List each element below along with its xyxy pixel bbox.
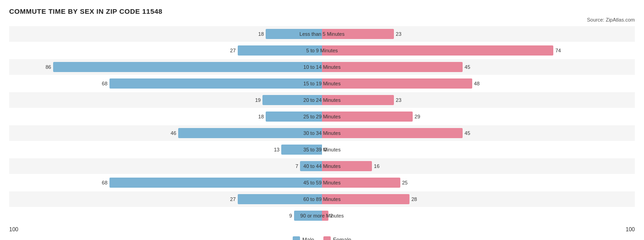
- female-value: 25: [402, 180, 408, 185]
- table-row: 18 25 to 29 Minutes 29: [9, 109, 635, 124]
- female-value: 2: [330, 213, 333, 218]
- male-bar: [294, 211, 322, 221]
- male-value: 86: [45, 64, 51, 70]
- axis-left: 100: [9, 226, 18, 233]
- table-row: 68 15 to 19 Minutes 48: [9, 76, 635, 91]
- female-bar: [322, 161, 372, 171]
- female-bar: [322, 211, 328, 221]
- male-bar: [178, 128, 322, 138]
- female-bar: [322, 128, 463, 138]
- table-row: 68 45 to 59 Minutes 25: [9, 175, 635, 190]
- male-bar: [109, 178, 322, 188]
- male-bar: [281, 145, 322, 155]
- female-value: 0: [324, 147, 327, 152]
- axis-labels: 100 100: [9, 226, 635, 233]
- table-row: 19 20 to 24 Minutes 23: [9, 92, 635, 108]
- female-bar: [322, 95, 394, 105]
- male-value: 13: [274, 147, 279, 152]
- table-row: 7 40 to 44 Minutes 16: [9, 158, 635, 174]
- table-row: 86 10 to 14 Minutes 45: [9, 59, 635, 75]
- female-value: 45: [464, 130, 470, 136]
- legend-male: Male: [293, 236, 314, 240]
- female-value: 23: [396, 97, 401, 103]
- male-value: 19: [255, 97, 261, 103]
- chart-area: 18 Less than 5 Minutes 23 27: [9, 26, 635, 240]
- male-value: 18: [258, 31, 264, 37]
- male-bar: [53, 62, 322, 72]
- male-bar: [109, 78, 322, 89]
- female-bar: [322, 78, 472, 89]
- female-bar: [322, 62, 463, 72]
- table-row: 27 60 to 89 Minutes 28: [9, 191, 635, 207]
- female-value: 23: [396, 31, 401, 37]
- male-value: 18: [258, 114, 264, 119]
- legend-female-label: Female: [333, 237, 351, 240]
- female-value: 45: [464, 64, 470, 70]
- male-bar: [266, 29, 322, 39]
- male-bar: [262, 95, 322, 105]
- legend: Male Female: [9, 236, 635, 240]
- male-bar: [266, 112, 322, 122]
- table-row: 46 30 to 34 Minutes 45: [9, 125, 635, 141]
- female-bar: [322, 178, 400, 188]
- female-value: 74: [555, 48, 561, 53]
- female-value: 16: [374, 163, 379, 169]
- legend-male-label: Male: [302, 237, 314, 240]
- male-value: 7: [295, 163, 298, 169]
- male-value: 9: [289, 213, 292, 218]
- male-value: 27: [230, 48, 235, 53]
- table-row: 9 90 or more Minutes 2: [9, 208, 635, 223]
- male-value: 46: [171, 130, 176, 136]
- female-value: 29: [415, 114, 420, 119]
- female-bar: [322, 45, 553, 56]
- legend-female: Female: [323, 236, 351, 240]
- female-bar: [322, 29, 394, 39]
- female-bar: [322, 112, 413, 122]
- legend-male-box: [293, 236, 300, 240]
- legend-female-box: [323, 236, 331, 240]
- male-value: 68: [102, 81, 107, 86]
- page-title: COMMUTE TIME BY SEX IN ZIP CODE 11548: [9, 7, 635, 15]
- axis-right: 100: [626, 226, 635, 233]
- female-value: 48: [474, 81, 480, 86]
- table-row: 13 35 to 39 Minutes 0: [9, 142, 635, 157]
- female-bar: [322, 194, 409, 204]
- male-bar: [238, 45, 322, 56]
- male-bar: [300, 161, 322, 171]
- female-value: 28: [411, 196, 417, 202]
- male-value: 68: [102, 180, 107, 185]
- table-row: 27 5 to 9 Minutes 74: [9, 43, 635, 58]
- table-row: 18 Less than 5 Minutes 23: [9, 26, 635, 42]
- source-label: Source: ZipAtlas.com: [9, 17, 635, 22]
- rows-container: 18 Less than 5 Minutes 23 27: [9, 26, 635, 223]
- male-value: 27: [230, 196, 235, 202]
- male-bar: [238, 194, 322, 204]
